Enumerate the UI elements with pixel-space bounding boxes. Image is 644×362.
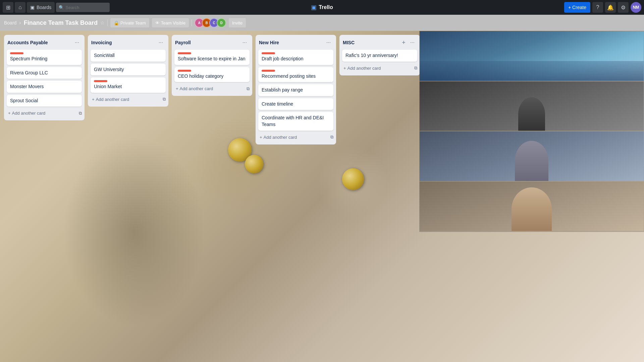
video-person-2 xyxy=(518,97,545,131)
trello-logo-text: Trello xyxy=(319,4,333,10)
breadcrumb-separator: › xyxy=(19,20,21,26)
topbar-left: ⊞ ⌂ ▣ Boards 🔍 xyxy=(3,2,110,13)
create-label: + Create xyxy=(568,5,586,10)
video-person-4 xyxy=(512,187,552,231)
divider-2 xyxy=(192,19,192,26)
star-button[interactable]: ☆ xyxy=(100,20,105,25)
private-team-button[interactable]: 🔒 Private Team xyxy=(110,18,149,27)
card-rafic-anniversary[interactable]: Rafic's 10 yr anniversary! xyxy=(342,50,417,62)
card-create-timeline[interactable]: Create timeline xyxy=(258,98,333,110)
video-person-5 xyxy=(515,231,548,232)
card-software-license[interactable]: Software license to expire in Jan xyxy=(174,50,250,65)
add-card-label: Add another card xyxy=(96,97,129,102)
card-label-red xyxy=(178,70,191,72)
video-bg-2 xyxy=(420,81,644,131)
board-area: Accounts Payable ··· Spectrum Printing R… xyxy=(0,31,644,362)
card-sonicwall[interactable]: SonicWall xyxy=(91,50,166,62)
card-title: Monster Movers xyxy=(10,83,78,90)
add-card-row: + Add another card ⧉ xyxy=(342,64,417,73)
template-icon: ⧉ xyxy=(163,97,166,102)
avatar-4[interactable]: D xyxy=(217,18,226,27)
card-sprout-social[interactable]: Sprout Social xyxy=(7,95,82,107)
list-new-hire: New Hire ··· Draft job description Recom… xyxy=(256,35,336,144)
list-header-misc: MISC + ··· xyxy=(342,38,417,48)
card-title: Recommend posting sites xyxy=(262,73,330,80)
add-card-label: Add another card xyxy=(180,86,213,91)
topbar: ⊞ ⌂ ▣ Boards 🔍 ▣ Trello + Create ? 🔔 ⚙ N… xyxy=(0,0,644,15)
video-cell-1 xyxy=(419,31,644,81)
video-bg-4 xyxy=(420,182,644,231)
card-label-red xyxy=(262,70,275,72)
card-title: Rafic's 10 yr anniversary! xyxy=(345,52,414,59)
list-title-payroll: Payroll xyxy=(175,40,191,45)
settings-button[interactable]: ⚙ xyxy=(618,2,629,13)
search-input[interactable] xyxy=(56,3,110,12)
boards-button[interactable]: ▣ Boards xyxy=(27,2,55,13)
card-draft-job-desc[interactable]: Draft job description xyxy=(258,50,333,65)
board-link[interactable]: Board xyxy=(4,20,16,25)
list-header-accounts-payable: Accounts Payable ··· xyxy=(7,38,82,48)
card-union-market[interactable]: Union Market xyxy=(91,77,166,93)
list-menu-button-accounts-payable[interactable]: ··· xyxy=(73,39,81,46)
list-title-misc: MISC xyxy=(343,40,355,45)
list-menu-button-misc[interactable]: ··· xyxy=(408,39,417,46)
add-card-label: Add another card xyxy=(12,111,46,116)
card-label-red xyxy=(262,52,275,54)
card-establish-pay[interactable]: Establish pay range xyxy=(258,84,333,96)
plus-icon: + xyxy=(8,111,11,116)
invite-label: Invite xyxy=(232,20,243,25)
list-header-new-hire: New Hire ··· xyxy=(258,38,333,48)
apps-icon[interactable]: ⊞ xyxy=(3,2,13,13)
add-card-row: + Add another card ⧉ xyxy=(258,133,333,142)
board-title: Finance Team Task Board xyxy=(24,19,98,26)
notifications-button[interactable]: 🔔 xyxy=(605,2,616,13)
card-recommend-posting[interactable]: Recommend posting sites xyxy=(258,67,333,82)
private-team-label: Private Team xyxy=(120,20,146,25)
video-bg-3 xyxy=(420,131,644,181)
lock-icon: 🔒 xyxy=(114,20,119,25)
list-payroll: Payroll ··· Software license to expire i… xyxy=(172,35,252,96)
video-cell-3 xyxy=(419,131,644,181)
video-cell-5 xyxy=(419,231,644,232)
template-icon: ⧉ xyxy=(79,111,82,116)
team-visible-button[interactable]: 👁 Team Visible xyxy=(152,18,189,27)
list-menu-button-payroll[interactable]: ··· xyxy=(240,39,249,46)
video-call-panel xyxy=(419,31,644,232)
card-spectrum-printing[interactable]: Spectrum Printing xyxy=(7,50,82,65)
card-title: Establish pay range xyxy=(262,87,330,94)
card-label-red xyxy=(10,52,23,54)
list-menu-button-invoicing[interactable]: ··· xyxy=(157,39,165,46)
topbar-right: + Create ? 🔔 ⚙ NM xyxy=(564,2,641,13)
boardheader: Board › Finance Team Task Board ☆ 🔒 Priv… xyxy=(0,15,644,31)
add-card-button-payroll[interactable]: + Add another card xyxy=(174,84,247,93)
add-card-button-new-hire[interactable]: + Add another card xyxy=(258,133,330,142)
video-person-silhouette xyxy=(420,61,644,81)
add-card-button-accounts-payable[interactable]: + Add another card xyxy=(7,109,79,118)
card-monster-movers[interactable]: Monster Movers xyxy=(7,81,82,93)
home-icon[interactable]: ⌂ xyxy=(15,2,25,13)
user-avatar[interactable]: NM xyxy=(631,2,641,13)
card-title: Spectrum Printing xyxy=(10,56,78,62)
card-ceo-holiday[interactable]: CEO holiday category xyxy=(174,67,250,82)
card-label-red xyxy=(94,80,107,82)
card-gw-university[interactable]: GW University xyxy=(91,64,166,76)
create-button[interactable]: + Create xyxy=(564,2,590,13)
misc-add-button[interactable]: + xyxy=(400,39,407,46)
list-title-accounts-payable: Accounts Payable xyxy=(7,40,48,45)
invite-button[interactable]: Invite xyxy=(229,18,246,27)
boards-label: Boards xyxy=(37,5,51,10)
add-card-row: + Add another card ⧉ xyxy=(91,95,166,104)
card-coordinate-hr[interactable]: Coordinate with HR and DE&I Teams xyxy=(258,112,333,130)
misc-header-actions: + ··· xyxy=(400,39,417,46)
add-card-button-misc[interactable]: + Add another card xyxy=(342,64,414,73)
add-card-label: Add another card xyxy=(264,135,297,140)
list-menu-button-new-hire[interactable]: ··· xyxy=(324,39,333,46)
list-title-invoicing: Invoicing xyxy=(91,40,112,45)
video-cell-4 xyxy=(419,181,644,232)
card-rivera-group[interactable]: Rivera Group LLC xyxy=(7,67,82,79)
video-cell-2 xyxy=(419,81,644,131)
list-title-new-hire: New Hire xyxy=(259,40,279,45)
add-card-button-invoicing[interactable]: + Add another card xyxy=(91,95,163,104)
add-card-row: + Add another card ⧉ xyxy=(174,84,250,93)
info-button[interactable]: ? xyxy=(592,2,603,13)
